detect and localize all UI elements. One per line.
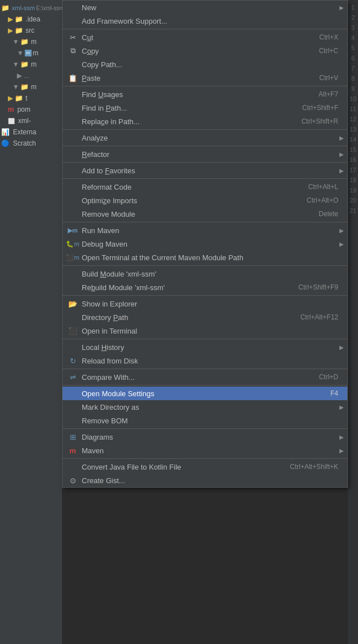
menu-item-paste[interactable]: 📋 Paste Ctrl+V bbox=[63, 71, 347, 85]
separator bbox=[63, 295, 347, 296]
menu-item-reformat-code[interactable]: Reformat Code Ctrl+Alt+L bbox=[63, 180, 347, 194]
menu-item-label: Local History bbox=[82, 343, 338, 352]
tree-item-label: pom bbox=[17, 106, 30, 113]
shortcut-label: Ctrl+Shift+F bbox=[302, 104, 338, 112]
menu-item-diagrams[interactable]: ⊞ Diagrams ▶ bbox=[63, 430, 347, 444]
menu-item-find-in-path[interactable]: Find in Path... Ctrl+Shift+F bbox=[63, 101, 347, 115]
tree-item-src[interactable]: ▶ 📁 src bbox=[0, 25, 62, 36]
shortcut-label: Alt+F7 bbox=[319, 90, 338, 98]
submenu-arrow: ▶ bbox=[339, 241, 344, 247]
menu-item-compare-with[interactable]: ⇌ Compare With... Ctrl+D bbox=[63, 370, 347, 384]
menu-item-convert-kotlin[interactable]: Convert Java File to Kotlin File Ctrl+Al… bbox=[63, 460, 347, 474]
folder-icon: 📁 bbox=[1, 4, 10, 12]
menu-item-label: Add Framework Support... bbox=[82, 17, 338, 25]
submenu-arrow: ▶ bbox=[339, 5, 344, 11]
menu-item-cut[interactable]: ✂ Cut Ctrl+X bbox=[63, 30, 347, 44]
menu-item-mark-directory[interactable]: Mark Directory as ▶ bbox=[63, 400, 347, 414]
menu-item-build-module[interactable]: Build Module 'xml-ssm' bbox=[63, 267, 347, 281]
menu-item-remove-bom[interactable]: Remove BOM bbox=[63, 414, 347, 427]
menu-item-find-usages[interactable]: Find Usages Alt+F7 bbox=[63, 87, 347, 101]
menu-item-add-favorites[interactable]: Add to Favorites ▶ bbox=[63, 164, 347, 177]
menu-item-open-module-settings[interactable]: Open Module Settings F4 bbox=[63, 387, 347, 400]
menu-item-local-history[interactable]: Local History ▶ bbox=[63, 340, 347, 354]
tree-path: E:\xml-ssm bbox=[36, 5, 62, 11]
menu-item-reload-disk[interactable]: ↻ Reload from Disk bbox=[63, 354, 347, 367]
submenu-arrow: ▶ bbox=[339, 404, 344, 410]
menu-item-label: Open Module Settings bbox=[82, 389, 308, 398]
terminal-maven-icon: ⬛m bbox=[67, 254, 78, 261]
menu-item-optimize-imports[interactable]: Optimize Imports Ctrl+Alt+O bbox=[63, 194, 347, 207]
menu-item-label: Diagrams bbox=[82, 433, 338, 441]
terminal-icon: ⬛ bbox=[67, 327, 78, 335]
menu-item-maven[interactable]: m Maven ▶ bbox=[63, 444, 347, 457]
shortcut-label: Ctrl+X bbox=[319, 33, 338, 41]
menu-item-show-explorer[interactable]: 📂 Show in Explorer bbox=[63, 297, 347, 310]
tree-item-xml-ssm[interactable]: 📁 xml-ssm E:\xml-ssm bbox=[0, 2, 62, 14]
expand-arrow: ▼ bbox=[12, 60, 19, 68]
separator bbox=[63, 458, 347, 459]
menu-item-label: Find in Path... bbox=[82, 104, 280, 112]
menu-item-analyze[interactable]: Analyze ▶ bbox=[63, 131, 347, 144]
menu-item-copy[interactable]: ⧉ Copy Ctrl+C bbox=[63, 44, 347, 58]
menu-item-label: Maven bbox=[82, 446, 338, 455]
menu-item-copy-path[interactable]: Copy Path... bbox=[63, 58, 347, 71]
project-tree: 📁 xml-ssm E:\xml-ssm ▶ 📁 .idea ▶ 📁 src ▼… bbox=[0, 0, 62, 644]
menu-item-label: Build Module 'xml-ssm' bbox=[82, 270, 338, 278]
tree-item-external[interactable]: 📊 Externa bbox=[0, 126, 62, 138]
tree-item-idea[interactable]: ▶ 📁 .idea bbox=[0, 14, 62, 25]
menu-item-add-framework[interactable]: Add Framework Support... bbox=[63, 14, 347, 28]
menu-item-label: Run Maven bbox=[82, 226, 338, 235]
tree-item-m1[interactable]: ▼ 📁 m bbox=[0, 36, 62, 47]
separator bbox=[63, 86, 347, 86]
maven-icon: m bbox=[8, 106, 14, 113]
menu-item-run-maven[interactable]: ▶m Run Maven ▶ bbox=[63, 224, 347, 237]
tree-item-m2[interactable]: ▼ m m bbox=[0, 47, 62, 59]
maven-menu-icon: m bbox=[67, 446, 78, 455]
shortcut-label: Delete bbox=[319, 210, 338, 218]
tree-item-label: src bbox=[25, 27, 34, 34]
debug-maven-icon: 🐛m bbox=[67, 240, 78, 248]
menu-item-remove-module[interactable]: Remove Module Delete bbox=[63, 207, 347, 221]
shortcut-label: F4 bbox=[330, 389, 338, 397]
tree-item-pom[interactable]: m pom bbox=[0, 104, 62, 115]
shortcut-label: Ctrl+Alt+F12 bbox=[300, 313, 338, 321]
line-numbers: 1 2 3 4 5 6 7 8 9 10 11 12 13 14 15 16 1… bbox=[348, 0, 358, 644]
tree-item-t[interactable]: ▶ 📁 t bbox=[0, 93, 62, 104]
tree-item-m-collapsed[interactable]: ▼ 📁 m bbox=[0, 81, 62, 93]
tree-item-label: m bbox=[31, 83, 37, 91]
menu-item-label: Reload from Disk bbox=[82, 357, 338, 365]
tree-item-label: m bbox=[31, 60, 37, 68]
menu-item-label: Compare With... bbox=[82, 373, 297, 382]
menu-item-debug-maven[interactable]: 🐛m Debug Maven ▶ bbox=[63, 237, 347, 251]
tree-item-m3[interactable]: ▼ 📁 m bbox=[0, 59, 62, 70]
tree-item-xml[interactable]: ⬜ xml- bbox=[0, 115, 62, 126]
separator bbox=[63, 178, 347, 179]
submenu-arrow: ▶ bbox=[339, 344, 344, 351]
menu-item-label: Cut bbox=[82, 33, 297, 42]
menu-item-label: Rebuild Module 'xml-ssm' bbox=[82, 283, 276, 292]
separator bbox=[63, 129, 347, 130]
menu-item-rebuild-module[interactable]: Rebuild Module 'xml-ssm' Ctrl+Shift+F9 bbox=[63, 281, 347, 294]
menu-item-create-gist[interactable]: ⊙ Create Gist... bbox=[63, 474, 347, 487]
tree-item-scratch[interactable]: 🔵 Scratch bbox=[0, 138, 62, 149]
menu-item-directory-path[interactable]: Directory Path Ctrl+Alt+F12 bbox=[63, 310, 347, 324]
menu-item-label: Mark Directory as bbox=[82, 403, 338, 411]
tree-item-m4[interactable]: ▶ ... bbox=[0, 70, 62, 81]
menu-item-open-terminal[interactable]: ⬛ Open in Terminal bbox=[63, 324, 347, 338]
separator bbox=[63, 146, 347, 146]
separator bbox=[63, 222, 347, 222]
menu-item-label: Analyze bbox=[82, 134, 338, 142]
menu-item-label: Open Terminal at the Current Maven Modul… bbox=[82, 253, 338, 262]
diagrams-icon: ⊞ bbox=[67, 433, 78, 441]
tree-item-label: xml- bbox=[18, 117, 31, 125]
menu-item-label: Convert Java File to Kotlin File bbox=[82, 463, 267, 471]
shortcut-label: Ctrl+V bbox=[319, 74, 338, 82]
menu-item-label: Open in Terminal bbox=[82, 327, 338, 335]
menu-item-refactor[interactable]: Refactor ▶ bbox=[63, 147, 347, 161]
menu-item-open-terminal-maven[interactable]: ⬛m Open Terminal at the Current Maven Mo… bbox=[63, 251, 347, 264]
tree-item-label: .idea bbox=[25, 15, 40, 23]
separator bbox=[63, 369, 347, 369]
menu-item-new[interactable]: New ▶ bbox=[63, 1, 347, 14]
folder-icon: 📁 bbox=[20, 60, 29, 68]
menu-item-replace-in-path[interactable]: Replace in Path... Ctrl+Shift+R bbox=[63, 115, 347, 128]
